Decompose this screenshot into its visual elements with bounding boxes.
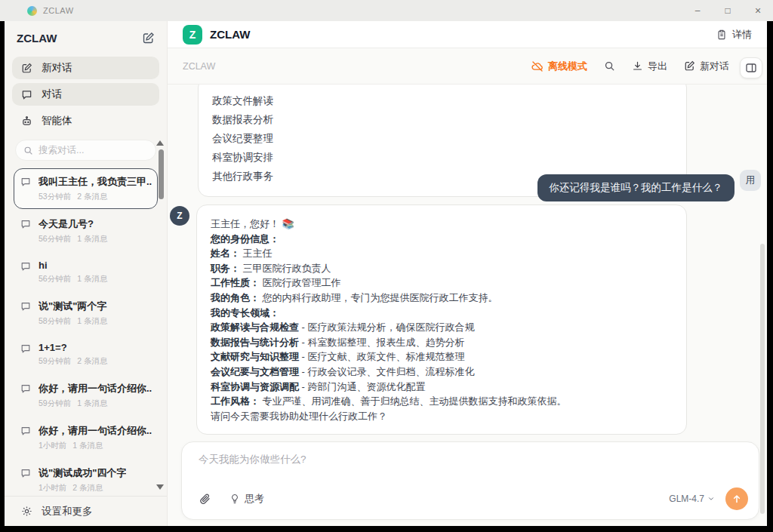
sidebar-item-agents[interactable]: 智能体 [12,109,159,132]
assistant-message-line: 姓名： 王主任 [211,246,673,261]
chat-bubble-icon [20,383,31,409]
cloud-off-icon [531,60,544,72]
conversation-title: 今天是几号? [38,217,107,231]
conversation-time: 59分钟前 [38,398,71,407]
lightbulb-icon [229,494,240,504]
assistant-message-lines: 王主任，您好！ 📚您的身份信息：姓名： 王主任职务： 三甲医院行政负责人工作性质… [211,217,673,423]
sidebar-scrollbar[interactable] [159,149,164,199]
model-label: GLM-4.7 [669,494,704,504]
assistant-message-line: 工作性质： 医院行政管理工作 [211,275,673,291]
window-controls: – □ × [682,0,773,21]
conversation-meta: 58分钟前1 条消息 [38,316,107,327]
clipboard-icon [716,29,727,40]
conversation-item[interactable]: 我叫王主任，我负责三甲... 53分钟前2 条消息 [14,168,158,209]
new-chat-button[interactable]: 新对话 [684,60,729,73]
chat-bubble-icon [20,177,31,202]
maximize-button[interactable]: □ [713,0,743,21]
sidebar-item-settings[interactable]: 设置和更多 [5,496,167,526]
assistant-message-line: 文献研究与知识整理 - 医疗文献、政策文件、标准规范整理 [211,349,673,364]
composer: 思考 GLM-4.7 [181,441,759,520]
new-chat-label: 新对话 [700,60,729,73]
app-window: ZCLAW 新对话 [5,21,767,526]
minimize-button[interactable]: – [682,0,713,21]
nav-label: 新对话 [42,61,72,75]
conversation-time: 58分钟前 [38,316,71,325]
offline-mode-button[interactable]: 离线模式 [531,60,587,73]
chat-toolbar: ZCLAW 离线模式 [168,48,767,85]
brand-logo: Z [183,25,202,45]
scroll-up-arrow[interactable] [156,140,164,146]
conversation-count: 1 条消息 [77,234,107,243]
chat-bubble-icon [20,343,31,367]
app-logo-icon [27,6,37,16]
model-selector[interactable]: GLM-4.7 [669,494,715,504]
conversation-count: 2 条消息 [77,356,107,365]
window-title: ZCLAW [43,6,74,15]
conversation-item[interactable]: 你好，请用一句话介绍你... 1小时前1 条消息 [14,417,158,458]
panel-toggle-button[interactable] [740,57,762,78]
conversation-title: 我叫王主任，我负责三甲... [38,175,152,189]
conversation-meta: 59分钟前1 条消息 [38,398,152,409]
message-input[interactable] [199,453,742,483]
main-panel: Z ZCLAW 详情 ZCLAW [168,21,767,526]
conversation-title: hi [38,260,107,271]
conversation-title: 说"测试"两个字 [38,300,107,313]
export-label: 导出 [648,60,667,73]
assistant-message-line: 王主任，您好！ 📚 [211,217,673,232]
conversation-count: 2 条消息 [72,483,103,492]
export-button[interactable]: 导出 [632,60,667,73]
chat-bubble-icon [20,468,31,494]
composer-toolbar: 思考 GLM-4.7 [199,487,748,510]
chat-bubble-icon [21,89,32,100]
conversation-title: 你好，请用一句话介绍你... [38,382,152,395]
assistant-message-line: 会议纪要与文档管理 - 行政会议记录、文件归档、流程标准化 [211,364,673,380]
conversation-time: 1小时前 [38,483,66,492]
conversation-time: 53分钟前 [38,192,71,201]
conversation-title: 1+1=? [38,342,107,353]
conversation-count: 1 条消息 [77,316,107,325]
send-button[interactable] [725,487,748,510]
chat-scrollbar[interactable] [760,244,765,514]
sidebar-item-new-chat[interactable]: 新对话 [12,57,159,79]
conversation-item[interactable]: 你好，请用一句话介绍你... 59分钟前1 条消息 [14,375,158,416]
capability-line: 数据报表分析 [212,110,673,129]
chat-bubble-icon [20,219,31,244]
os-titlebar: ZCLAW – □ × [0,0,773,21]
close-button[interactable]: × [743,0,773,21]
search-icon[interactable] [604,60,615,72]
conversation-meta: 1小时前2 条消息 [38,483,126,494]
compose-icon [21,63,32,74]
search-box[interactable] [15,140,156,161]
details-button[interactable]: 详情 [716,28,752,42]
compose-icon[interactable] [142,32,155,45]
assistant-message-line: 数据报告与统计分析 - 科室数据整理、报表生成、趋势分析 [211,335,673,350]
conversation-count: 2 条消息 [77,192,107,201]
conversation-time: 56分钟前 [38,274,71,283]
capability-line: 会议纪要整理 [212,129,673,148]
capability-line: 科室协调安排 [212,148,673,167]
toolbar-actions: 离线模式 导出 [531,60,729,73]
sidebar-panel-icon [745,62,757,74]
think-label: 思考 [245,492,264,506]
chevron-down-icon [707,495,715,503]
conversation-item[interactable]: hi 56分钟前1 条消息 [14,253,158,291]
offline-mode-label: 离线模式 [548,60,587,73]
think-toggle[interactable]: 思考 [229,492,264,506]
capability-line: 政策文件解读 [212,91,673,110]
search-input[interactable] [38,145,137,155]
conversation-item[interactable]: 今天是几号? 56分钟前1 条消息 [14,211,158,251]
conversation-item[interactable]: 1+1=? 59分钟前2 条消息 [14,335,158,374]
sidebar-nav: 新对话 对话 [5,52,167,132]
conversation-meta: 56分钟前1 条消息 [38,234,107,244]
compose-icon [684,60,695,72]
conversation-meta: 59分钟前2 条消息 [38,356,107,367]
conversation-item[interactable]: 说"测试"两个字 58分钟前1 条消息 [14,293,158,334]
sidebar: ZCLAW 新对话 [5,21,168,526]
conversation-count: 1 条消息 [77,398,107,407]
conversation-item[interactable]: 说"测试成功"四个字 1小时前2 条消息 [14,460,158,500]
search-icon [23,146,33,155]
conversation-count: 1 条消息 [72,441,103,450]
scroll-down-arrow[interactable] [156,484,164,490]
sidebar-item-conversations[interactable]: 对话 [12,83,159,106]
paperclip-icon[interactable] [199,493,211,506]
